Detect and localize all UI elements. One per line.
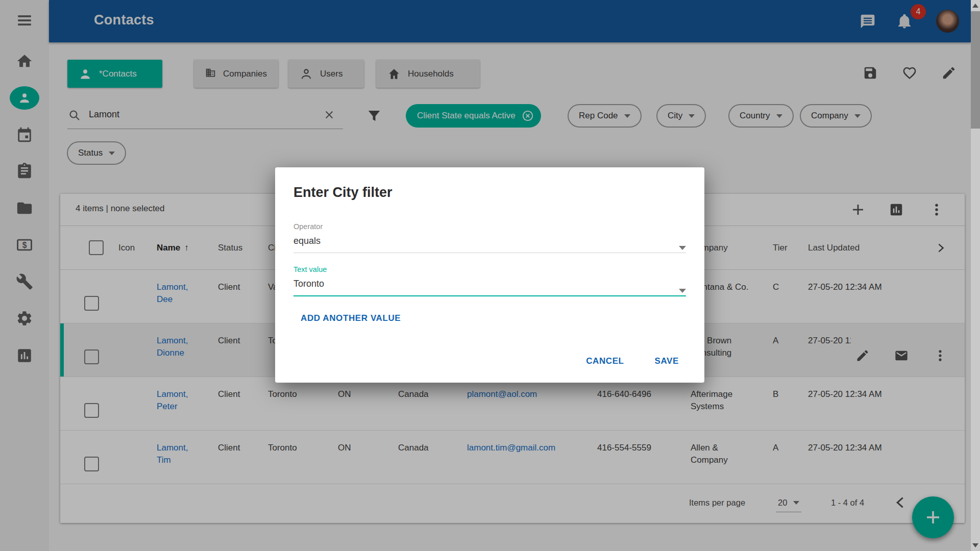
city-filter-dialog: Enter City filter Operator equals Text v… [275, 167, 704, 383]
text-value-field[interactable]: Text value Toronto [293, 265, 686, 296]
operator-field[interactable]: Operator equals [293, 222, 686, 253]
dialog-title: Enter City filter [293, 185, 393, 201]
dropdown-arrow-icon[interactable] [679, 289, 686, 293]
operator-label: Operator [293, 222, 686, 231]
scrollbar-thumb[interactable] [971, 11, 980, 129]
text-value-label: Text value [293, 265, 686, 273]
dropdown-arrow-icon[interactable] [679, 246, 686, 250]
text-value-input[interactable]: Toronto [293, 279, 686, 289]
scroll-down-icon[interactable] [972, 543, 978, 547]
cancel-button[interactable]: CANCEL [583, 352, 627, 370]
scroll-up-icon[interactable] [972, 4, 978, 8]
scrollbar[interactable] [971, 0, 980, 551]
operator-value[interactable]: equals [293, 236, 686, 246]
app-window: $ Contacts 4 *Contacts Companies Users [0, 0, 980, 551]
add-another-value-button[interactable]: ADD ANOTHER VALUE [301, 313, 401, 323]
save-button[interactable]: SAVE [652, 352, 682, 370]
